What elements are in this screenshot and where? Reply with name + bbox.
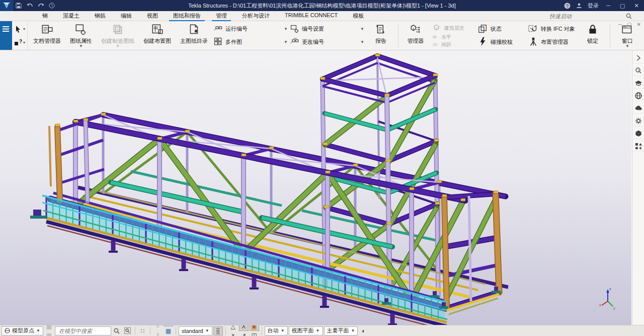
numbering-settings-icon xyxy=(290,24,300,34)
switch-snap-depth[interactable]: X xyxy=(239,325,249,331)
model-search-button[interactable] xyxy=(112,326,122,335)
ribbon-button-lock[interactable]: 锁定 xyxy=(577,22,608,49)
login-button[interactable]: 登录 xyxy=(586,2,601,10)
report-icon xyxy=(374,23,387,36)
ribbon-button-hierarchy: 建筑层次 xyxy=(432,23,475,33)
switch-plane-tool-a[interactable]: ▣ xyxy=(250,325,259,331)
assembly-dwg-icon xyxy=(213,37,223,47)
ribbon-button-master-catalog[interactable]: 主图纸目录 xyxy=(176,22,212,49)
tekla-campus-icon[interactable] xyxy=(633,78,644,89)
doc-manager-icon xyxy=(41,23,54,36)
recent-icon[interactable] xyxy=(46,1,57,10)
dropdown-caret-icon[interactable]: ▼ xyxy=(116,45,120,47)
search-help-icon[interactable]: ? xyxy=(633,65,644,76)
ribbon: ▾ ? ▾ 文档管理器 图纸属性▼ 创建制造图纸▼ 创建布置图 主图纸目录 运行… xyxy=(0,21,644,50)
ribbon-button-create-layout[interactable]: 创建布置图 xyxy=(139,22,176,49)
model-search-advanced-button[interactable] xyxy=(123,326,132,335)
dropdown-caret-icon[interactable]: ▼ xyxy=(284,40,288,44)
dropdown-caret-icon[interactable]: ▼ xyxy=(79,45,83,47)
tekla-online-icon[interactable] xyxy=(633,90,644,101)
ribbon-button-numbering[interactable]: 运行编号 ▼ xyxy=(213,24,288,34)
model-3d-render: zxy xyxy=(0,50,631,325)
ribbon-button-numbering-settings[interactable]: 编号设置 ▼ xyxy=(290,24,364,34)
model-search-input[interactable] xyxy=(58,327,108,334)
view-plane-dropdown[interactable]: 视图平面▼ xyxy=(289,326,323,335)
save-icon[interactable] xyxy=(13,1,24,10)
undo-icon[interactable] xyxy=(24,1,35,10)
menu-tab-分析与设计[interactable]: 分析与设计 xyxy=(235,11,277,21)
menu-tab-钢筋[interactable]: 钢筋 xyxy=(88,11,113,21)
ribbon-button-organizer[interactable]: 管理器 xyxy=(400,22,431,49)
settings-icon[interactable] xyxy=(633,115,644,126)
switch-snap-ortho[interactable]: ↗ xyxy=(239,331,249,336)
switch-snap-points[interactable]: △ xyxy=(228,325,238,331)
inquiry-tool-button[interactable]: ? ▾ xyxy=(14,39,25,46)
switch-view-blue-1[interactable]: ▦ xyxy=(164,326,173,335)
tekla-warehouse-icon[interactable] xyxy=(633,103,644,114)
create-layout-icon xyxy=(151,23,164,36)
help-icon[interactable]: ? xyxy=(561,1,573,10)
ribbon-button-change-numbering[interactable]: 更改编号 ▼ xyxy=(290,37,364,47)
ribbon-button-layout-manager[interactable]: 布置管理器 xyxy=(528,36,576,47)
quick-launch[interactable] xyxy=(548,13,644,20)
maximize-button[interactable]: ▢ xyxy=(616,1,629,11)
inquiry-tool-caret[interactable]: ▾ xyxy=(23,40,25,45)
ribbon-button-create-fab: 创建制造图纸▼ xyxy=(97,22,139,49)
window-title: Tekla Structures - D:\01工程资料\01滨州临港化工园\钢… xyxy=(0,2,644,10)
expand-chevron-icon[interactable] xyxy=(633,52,644,63)
menu-tab-编辑[interactable]: 编辑 xyxy=(114,11,139,21)
dropdown-caret-icon[interactable]: ▼ xyxy=(284,27,288,31)
menu-tab-模板[interactable]: 模板 xyxy=(346,11,371,21)
ribbon-button-status[interactable]: 状态 xyxy=(477,24,526,35)
model-origin-dropdown[interactable]: 模型原点▼ xyxy=(2,326,43,335)
menu-tab-TRIMBLE CONNECT[interactable]: TRIMBLE CONNECT xyxy=(278,11,345,21)
change-numbering-icon xyxy=(290,37,300,47)
switch-select-points[interactable]: ∷ xyxy=(138,326,147,335)
ribbon-minimize-button[interactable]: ─ xyxy=(618,22,622,27)
component-catalog-icon[interactable] xyxy=(633,141,644,152)
menu-tab-钢[interactable]: 钢 xyxy=(35,11,55,21)
button-snap-dark[interactable]: ⣿ xyxy=(213,326,223,335)
search-icon[interactable] xyxy=(626,13,632,19)
dropdown-caret-icon[interactable]: ▼ xyxy=(360,27,364,31)
menu-tab-管理[interactable]: 管理 xyxy=(209,11,234,21)
ribbon-close-button[interactable]: ✕ xyxy=(637,22,641,27)
switch-plane-tool-b[interactable]: ◫ xyxy=(250,331,259,336)
ribbon-button-report[interactable]: 报告 xyxy=(365,22,396,49)
minimize-button[interactable]: ─ xyxy=(602,1,615,11)
menu-tab-图纸和报告[interactable]: 图纸和报告 xyxy=(166,11,208,21)
main-plane-dropdown[interactable]: 主要平面▼ xyxy=(324,326,358,335)
select-tool-button[interactable]: ▾ xyxy=(14,25,25,33)
switch-weld-b: ∥ xyxy=(153,331,163,336)
menu-tab-混凝土[interactable]: 混凝土 xyxy=(56,11,87,21)
hierarchy-icon xyxy=(432,23,442,33)
dropdown-caret-icon[interactable]: ▼ xyxy=(625,45,629,47)
model-search-box[interactable] xyxy=(55,326,111,335)
master-catalog-icon xyxy=(188,23,201,36)
applications-icon[interactable] xyxy=(633,128,644,139)
file-menu-button[interactable] xyxy=(0,21,12,50)
menu-bar: 钢混凝土钢筋编辑视图图纸和报告管理分析与设计TRIMBLE CONNECT模板 xyxy=(0,11,644,21)
ribbon-button-doc-props[interactable]: 图纸属性▼ xyxy=(65,22,97,49)
snap-standard-dropdown[interactable]: standard▼ xyxy=(179,326,212,335)
quick-launch-input[interactable] xyxy=(548,13,624,20)
ribbon-button-ifc-convert[interactable]: 转换 IFC 对象 xyxy=(528,24,576,35)
dropdown-caret-icon[interactable]: ▼ xyxy=(360,40,364,44)
auto-plane-dropdown[interactable]: 自动▼ xyxy=(265,326,288,335)
create-fab-icon xyxy=(111,23,124,36)
svg-text:?: ? xyxy=(566,3,568,8)
user-icon[interactable] xyxy=(574,1,585,10)
ribbon-restore-button[interactable]: ▢ xyxy=(627,22,631,27)
ribbon-button-doc-manager[interactable]: 文档管理器 xyxy=(29,22,65,49)
plane-visibility-button[interactable]: ◐ xyxy=(359,326,368,335)
origin-icon xyxy=(5,328,10,333)
model-3d-viewport[interactable]: zxy xyxy=(0,50,632,325)
ribbon-button-level: 水平 xyxy=(432,34,475,41)
redo-icon[interactable] xyxy=(35,1,46,10)
switch-snap-intersection[interactable]: × xyxy=(228,331,238,336)
close-button[interactable]: ✕ xyxy=(630,1,643,11)
select-tool-caret[interactable]: ▾ xyxy=(23,27,25,31)
menu-tab-视图[interactable]: 视图 xyxy=(140,11,165,21)
ribbon-button-assembly-dwg[interactable]: 多件图 ▼ xyxy=(213,37,288,47)
ribbon-button-clash[interactable]: 碰撞校核 xyxy=(477,36,526,47)
